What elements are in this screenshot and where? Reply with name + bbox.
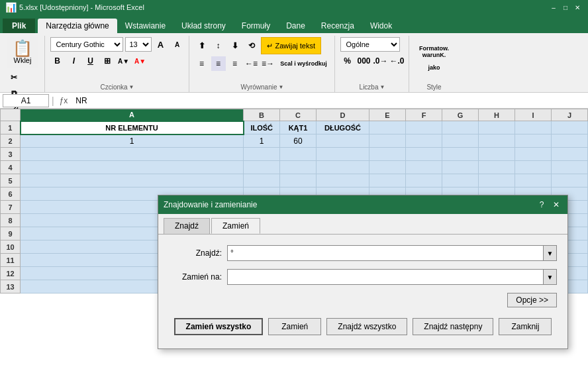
ribbon: 📋 Wklej ✂ ⧉ 🖌 Schowek ▼ Century Gothic 1… [0, 33, 588, 93]
replace-field: Zamień na: ▼ [169, 269, 557, 285]
alignment-label: Wyrównanie ▼ [195, 82, 330, 91]
wrap-text-label: Zawijaj tekst [275, 42, 316, 50]
border-button[interactable]: ⊞ [100, 54, 115, 68]
merge-button[interactable]: Scal i wyśrodkuj [277, 56, 330, 71]
tab-widok[interactable]: Widok [362, 19, 400, 33]
number-label: Liczba ▼ [340, 82, 405, 91]
format-as-table-button[interactable]: jako [415, 60, 454, 75]
number-arrow[interactable]: ▼ [379, 84, 385, 90]
conditional-format-button[interactable]: Formatow. warunK. [415, 44, 454, 59]
alignment-content: ⬆ ↕ ⬇ ⟲ ↵ Zawijaj tekst ≡ ≡ ≡ ←≡ ≡→ Scal… [195, 37, 330, 82]
tab-wstawianie[interactable]: Wstawianie [117, 19, 173, 33]
cell-reference-input[interactable] [3, 94, 49, 107]
maximize-button[interactable]: □ [560, 2, 571, 13]
formula-bar: | ƒx [0, 93, 588, 109]
underline-button[interactable]: U [83, 54, 98, 68]
options-button[interactable]: Opcje >> [507, 293, 557, 307]
styles-content: Formatow. warunK. jako [415, 37, 454, 82]
dialog-tab-find[interactable]: Znajdź [164, 218, 210, 234]
font-row-2: B I U ⊞ A▼ A▼ [50, 54, 148, 68]
dialog-buttons: Zamień wszystko Zamień Znajdź wszystko Z… [169, 315, 557, 338]
find-input[interactable] [228, 246, 543, 260]
close-button[interactable]: Zamknij [499, 318, 552, 335]
alignment-arrow[interactable]: ▼ [279, 84, 284, 90]
tab-narzedzia[interactable]: Narzędzia główne [38, 19, 117, 33]
align-top-button[interactable]: ⬆ [195, 38, 209, 53]
tab-file[interactable]: Plik [3, 19, 35, 33]
styles-label: Style [415, 82, 454, 91]
minimize-button[interactable]: – [548, 2, 559, 13]
tab-recenzja[interactable]: Recenzja [313, 19, 362, 33]
dialog-title-controls: ? ✕ [536, 199, 562, 211]
dialog-title-bar: Znajdowanie i zamienianie ? ✕ [158, 195, 567, 214]
options-row: Opcje >> [169, 293, 557, 307]
replace-button[interactable]: Zamień [268, 318, 321, 335]
align-middle-button[interactable]: ↕ [211, 38, 226, 53]
replace-dropdown-button[interactable]: ▼ [543, 270, 556, 284]
spreadsheet-wrapper: A B C D E F G H I J 1NR ELEMENTUILOŚĆKĄT… [0, 109, 588, 371]
text-angle-button[interactable]: ⟲ [244, 38, 259, 53]
font-shrink-button[interactable]: A [170, 37, 185, 52]
alignment-group: ⬆ ↕ ⬇ ⟲ ↵ Zawijaj tekst ≡ ≡ ≡ ←≡ ≡→ Scal… [191, 36, 335, 92]
thousands-button[interactable]: 000 [357, 54, 371, 68]
wrap-text-icon: ↵ [267, 42, 273, 50]
font-content: Century Gothic 13 A A B I U ⊞ A▼ A▼ [50, 37, 185, 82]
find-replace-dialog: Znajdowanie i zamienianie ? ✕ Znajdź Zam… [158, 195, 568, 349]
dialog-help-button[interactable]: ? [536, 199, 548, 211]
find-input-wrap: ▼ [227, 245, 557, 261]
align-bottom-button[interactable]: ⬇ [228, 38, 242, 53]
decimal-increase-button[interactable]: .0→ [373, 54, 388, 68]
font-name-select[interactable]: Century Gothic [50, 37, 123, 52]
font-label: Czcionka ▼ [50, 82, 185, 91]
replace-input[interactable] [228, 270, 543, 284]
formula-separator: | [52, 95, 54, 106]
dialog-tab-replace[interactable]: Zamień [211, 218, 260, 234]
tab-dane[interactable]: Dane [278, 19, 313, 33]
find-label: Znajdź: [169, 248, 222, 258]
title-bar: 📊 5.xlsx [Udostępniony] - Microsoft Exce… [0, 0, 588, 15]
font-size-select[interactable]: 13 [125, 37, 152, 52]
font-row-1: Century Gothic 13 A A [50, 37, 185, 52]
find-next-button[interactable]: Znajdź następny [413, 318, 493, 335]
close-button[interactable]: ✕ [572, 2, 583, 13]
indent-increase-button[interactable]: ≡→ [261, 56, 275, 71]
tab-uklad[interactable]: Układ strony [173, 19, 234, 33]
cut-button[interactable]: ✂ [7, 70, 21, 85]
indent-decrease-button[interactable]: ←≡ [244, 56, 259, 71]
align-row-1: ⬆ ↕ ⬇ ⟲ ↵ Zawijaj tekst [195, 37, 322, 54]
wrap-text-button[interactable]: ↵ Zawijaj tekst [261, 37, 322, 54]
font-grow-button[interactable]: A [154, 37, 168, 52]
title-bar-controls: – □ ✕ [548, 2, 583, 13]
dialog-close-button[interactable]: ✕ [550, 199, 562, 211]
replace-label: Zamień na: [169, 272, 222, 282]
font-arrow[interactable]: ▼ [129, 84, 134, 90]
fill-color-button[interactable]: A▼ [117, 54, 131, 68]
replace-input-wrap: ▼ [227, 269, 557, 285]
number-format-select[interactable]: Ogólne [340, 37, 400, 52]
align-center-button[interactable]: ≡ [211, 56, 226, 71]
paste-icon: 📋 [13, 40, 32, 56]
align-left-button[interactable]: ≡ [195, 56, 209, 71]
dialog-tabs: Znajdź Zamień [158, 214, 567, 235]
bold-button[interactable]: B [50, 54, 65, 68]
align-right-button[interactable]: ≡ [228, 56, 242, 71]
dialog-body: Znajdź: ▼ Zamień na: ▼ Opcje >> [158, 235, 567, 348]
font-color-button[interactable]: A▼ [133, 54, 148, 68]
align-row-2: ≡ ≡ ≡ ←≡ ≡→ Scal i wyśrodkuj [195, 56, 330, 71]
tab-formuly[interactable]: Formuły [234, 19, 278, 33]
find-dropdown-button[interactable]: ▼ [543, 246, 556, 260]
replace-all-button[interactable]: Zamień wszystko [174, 318, 264, 335]
find-all-button[interactable]: Znajdź wszystko [326, 318, 407, 335]
title-text: 5.xlsx [Udostępniony] - Microsoft Excel [19, 3, 144, 11]
app-icon: 📊 [5, 2, 17, 13]
paste-button[interactable]: 📋 Wklej [7, 37, 38, 68]
dialog-title: Znajdowanie i zamienianie [164, 200, 257, 209]
styles-buttons: Formatow. warunK. jako [415, 44, 454, 75]
clipboard-group: 📋 Wklej ✂ ⧉ 🖌 Schowek ▼ [3, 36, 45, 92]
italic-button[interactable]: I [67, 54, 81, 68]
percent-button[interactable]: % [340, 54, 355, 68]
number-content: Ogólne % 000 .0→ ←.0 [340, 37, 405, 82]
formula-input[interactable] [73, 94, 585, 107]
decimal-decrease-button[interactable]: ←.0 [390, 54, 405, 68]
paste-label: Wklej [14, 56, 32, 64]
